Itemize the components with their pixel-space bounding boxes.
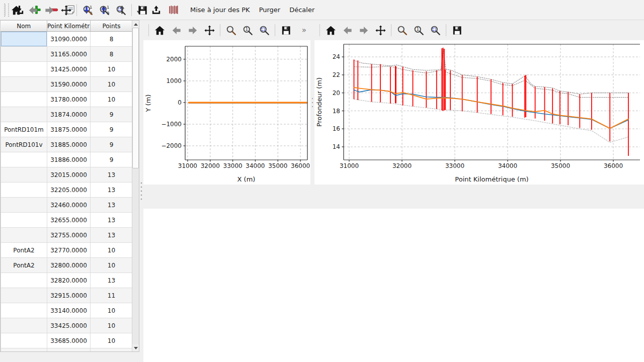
cell-points[interactable]: 10 <box>91 92 133 107</box>
cell-points[interactable]: 8 <box>91 47 133 62</box>
cell-points[interactable]: 13 <box>91 213 133 228</box>
cell-pk[interactable]: 32460.0000 <box>47 198 91 213</box>
zoom-rect-button[interactable] <box>428 23 442 37</box>
cell-pk[interactable]: 31874.0000 <box>47 107 91 122</box>
cell-points[interactable]: 10 <box>91 303 133 318</box>
pan-button[interactable] <box>59 3 73 17</box>
zoom-button[interactable] <box>224 23 238 37</box>
cell-points[interactable]: 11 <box>91 288 133 303</box>
zoom-one-button[interactable]: 1 <box>240 23 255 37</box>
pan-button[interactable] <box>202 23 216 37</box>
zoom-rect-button[interactable] <box>114 3 128 17</box>
save-button[interactable] <box>279 23 293 37</box>
back-button[interactable] <box>26 3 40 17</box>
toolbar-overflow-button[interactable]: » <box>302 26 306 35</box>
cell-nom[interactable] <box>1 198 47 213</box>
cell-points[interactable]: 10 <box>91 62 133 77</box>
cell-pk[interactable]: 32915.0000 <box>47 288 91 303</box>
cell-pk[interactable]: 32655.0000 <box>47 213 91 228</box>
menu-item-purger[interactable]: Purger <box>255 4 285 16</box>
cell-nom[interactable] <box>1 333 47 348</box>
cell-pk[interactable]: 31425.0000 <box>47 62 91 77</box>
scroll-down-button[interactable] <box>132 344 139 351</box>
plots-splitter[interactable] <box>310 20 314 185</box>
cell-pk[interactable]: 31875.0000 <box>47 122 91 137</box>
cell-points[interactable]: 9 <box>91 137 133 152</box>
forward-button[interactable] <box>42 3 56 17</box>
cell-nom[interactable] <box>1 152 47 167</box>
cell-nom[interactable] <box>1 62 47 77</box>
home-button[interactable] <box>152 23 167 37</box>
cell-pk[interactable]: 31780.0000 <box>47 92 91 107</box>
cell-pk[interactable]: 33425.0000 <box>47 318 91 333</box>
cell-pk[interactable]: 33140.0000 <box>47 303 91 318</box>
cell-points[interactable]: 10 <box>91 77 133 92</box>
cell-pk[interactable]: 32015.0000 <box>47 167 91 183</box>
cell-points[interactable]: 13 <box>91 228 133 243</box>
cell-points[interactable]: 13 <box>91 273 133 288</box>
zoom-one-button[interactable]: 1 <box>97 3 111 17</box>
cell-nom[interactable] <box>1 273 47 288</box>
cell-points[interactable]: 13 <box>91 183 133 198</box>
menu-item-decaler[interactable]: Décaler <box>285 4 319 16</box>
cell-points[interactable]: 10 <box>91 333 133 348</box>
profils-button[interactable] <box>166 3 181 18</box>
cell-nom[interactable] <box>1 32 47 47</box>
forward-button[interactable] <box>186 23 200 37</box>
back-button[interactable] <box>169 23 183 37</box>
cell-nom[interactable]: PontA2 <box>1 243 47 258</box>
cell-points[interactable]: 9 <box>91 152 133 167</box>
cell-nom[interactable] <box>1 183 47 198</box>
column-header-points[interactable]: Points <box>91 21 133 32</box>
save-button[interactable] <box>135 3 149 17</box>
cell-nom[interactable] <box>1 92 47 107</box>
export-button[interactable] <box>149 3 164 18</box>
cell-pk[interactable]: 31885.0000 <box>47 137 91 152</box>
cell-pk[interactable] <box>47 348 91 352</box>
cell-pk[interactable]: 33685.0000 <box>47 333 91 348</box>
scroll-up-button[interactable] <box>132 21 139 28</box>
cell-points[interactable]: 9 <box>91 107 133 122</box>
cell-nom[interactable]: PontRD101v <box>1 137 47 152</box>
cell-nom[interactable] <box>1 228 47 243</box>
cell-nom[interactable]: PontRD101m <box>1 122 47 137</box>
cell-points[interactable]: 13 <box>91 198 133 213</box>
cell-points[interactable]: 8 <box>91 32 133 47</box>
cell-nom[interactable] <box>1 348 47 352</box>
cell-nom[interactable]: PontA2 <box>1 258 47 273</box>
cell-points[interactable]: 10 <box>91 258 133 273</box>
plan-chart-canvas[interactable]: 310003200033000340003500036000−2000−1000… <box>143 40 310 185</box>
cell-pk[interactable]: 32755.0000 <box>47 228 91 243</box>
zoom-rect-button[interactable] <box>257 23 271 37</box>
save-button[interactable] <box>450 23 464 37</box>
pan-button[interactable] <box>373 23 387 37</box>
column-header-pk[interactable]: Point Kilométrique <box>47 21 91 32</box>
zoom-one-button[interactable]: 1 <box>412 23 426 37</box>
cell-pk[interactable]: 31090.0000 <box>47 32 91 47</box>
cell-pk[interactable]: 31590.0000 <box>47 77 91 92</box>
zoom-button[interactable] <box>80 3 95 17</box>
cell-pk[interactable]: 32820.0000 <box>47 273 91 288</box>
panel-splitter[interactable] <box>139 20 143 362</box>
profile-chart-canvas[interactable]: 3100032000330003400035000360001416182022… <box>314 40 644 185</box>
empty-plot-canvas[interactable] <box>143 209 644 362</box>
cell-nom[interactable] <box>1 318 47 333</box>
cell-nom[interactable] <box>1 167 47 183</box>
cell-nom[interactable] <box>1 303 47 318</box>
cell-nom[interactable] <box>1 213 47 228</box>
table-scrollbar[interactable] <box>132 21 139 351</box>
cell-pk[interactable]: 32770.0000 <box>47 243 91 258</box>
menu-item-maj-pk[interactable]: Mise à jour des PK <box>186 4 255 16</box>
home-button[interactable] <box>324 23 338 37</box>
cell-pk[interactable]: 31886.0000 <box>47 152 91 167</box>
cell-pk[interactable]: 32800.0000 <box>47 258 91 273</box>
scrollbar-thumb[interactable] <box>132 28 139 168</box>
cell-nom[interactable] <box>1 288 47 303</box>
cell-pk[interactable]: 32205.0000 <box>47 183 91 198</box>
cell-pk[interactable]: 31165.0000 <box>47 47 91 62</box>
zoom-button[interactable] <box>395 23 409 37</box>
forward-button[interactable] <box>357 23 371 37</box>
home-button[interactable] <box>9 3 23 17</box>
cell-nom[interactable] <box>1 107 47 122</box>
cell-points[interactable]: 10 <box>91 318 133 333</box>
